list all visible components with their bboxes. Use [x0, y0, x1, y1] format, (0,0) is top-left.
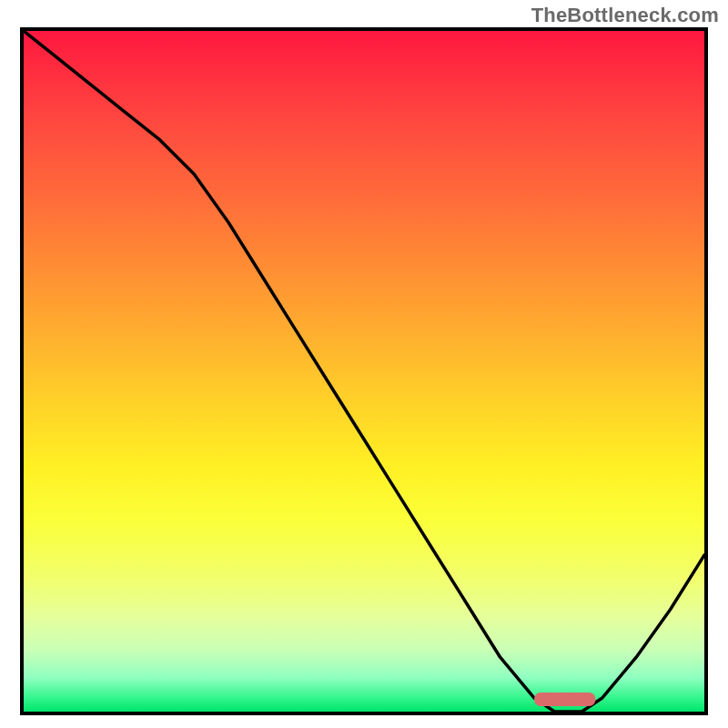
optimum-marker	[534, 693, 595, 706]
plot-frame	[20, 27, 708, 715]
watermark-text: TheBottleneck.com	[531, 4, 719, 27]
chart-stage: TheBottleneck.com	[0, 0, 728, 728]
bottleneck-curve	[24, 31, 704, 712]
curve-path	[24, 31, 704, 712]
